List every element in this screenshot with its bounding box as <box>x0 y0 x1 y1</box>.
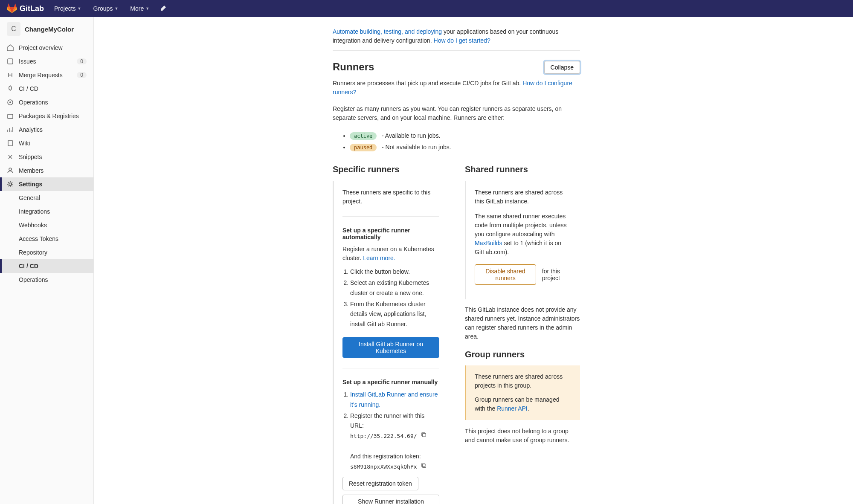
project-header[interactable]: C ChangeMyColor <box>0 17 93 41</box>
svg-rect-0 <box>8 59 13 64</box>
collapse-button[interactable]: Collapse <box>544 61 580 74</box>
divider <box>342 216 439 217</box>
settings-cicd[interactable]: CI / CD <box>0 259 93 273</box>
snippets-icon <box>7 154 14 160</box>
divider <box>342 368 439 368</box>
settings-integrations[interactable]: Integrations <box>0 205 93 218</box>
runners-title: Runners <box>333 61 374 73</box>
mr-badge: 0 <box>77 72 87 78</box>
members-icon <box>7 167 14 174</box>
intro-paragraph: Automate building, testing, and deployin… <box>333 27 580 45</box>
gitlab-logo[interactable]: GitLab <box>7 3 44 14</box>
status-active: active - Available to run jobs. <box>350 130 580 142</box>
copy-url-icon[interactable] <box>421 432 427 439</box>
top-bar: GitLab Projects▼ Groups▼ More▼ <box>0 0 853 17</box>
registration-token: s8M918npxXWXx3qkQhPx <box>350 463 417 470</box>
settings-operations[interactable]: Operations <box>0 273 93 287</box>
sidebar-item-issues[interactable]: Issues 0 <box>0 55 93 68</box>
group-box-text2: Group runners can be managed with the Ru… <box>475 395 572 413</box>
sidebar-item-analytics[interactable]: Analytics <box>0 123 93 136</box>
shared-desc: The same shared runner executes code fro… <box>475 212 572 257</box>
copy-token-icon[interactable] <box>421 463 427 470</box>
show-instructions-button[interactable]: Show Runner installation instructions <box>342 495 439 504</box>
settings-general[interactable]: General <box>0 191 93 205</box>
sidebar-item-cicd[interactable]: CI / CD <box>0 82 93 96</box>
status-paused: paused - Not available to run jobs. <box>350 142 580 153</box>
specific-title: Specific runners <box>333 165 448 174</box>
group-info-box: These runners are shared across projects… <box>465 365 580 420</box>
disable-suffix: for this project <box>542 268 572 281</box>
group-title: Group runners <box>465 350 580 359</box>
active-badge: active <box>350 132 377 140</box>
specific-panel: These runners are specific to this proje… <box>333 181 448 504</box>
operations-icon <box>7 99 14 106</box>
manual-steps-list: Install GitLab Runner and ensure it's ru… <box>350 390 439 472</box>
sidebar-item-snippets[interactable]: Snippets <box>0 150 93 164</box>
auto-setup-title: Set up a specific runner automatically <box>342 227 439 240</box>
runner-status-list: active - Available to run jobs. paused -… <box>350 130 580 153</box>
issues-icon <box>7 58 14 65</box>
sidebar-label: Project overview <box>19 44 63 51</box>
group-note: This project does not belong to a group … <box>465 427 580 445</box>
shared-note: This GitLab instance does not provide an… <box>465 305 580 341</box>
sidebar-label: Packages & Registries <box>19 113 79 119</box>
settings-repository[interactable]: Repository <box>0 246 93 259</box>
chevron-down-icon: ▼ <box>145 6 149 11</box>
maxbuilds-link[interactable]: MaxBuilds <box>475 240 502 246</box>
learn-more-link[interactable]: Learn more. <box>363 255 395 261</box>
specific-runners-column: Specific runners These runners are speci… <box>333 165 448 504</box>
settings-webhooks[interactable]: Webhooks <box>0 218 93 232</box>
sidebar-item-members[interactable]: Members <box>0 164 93 177</box>
merge-request-icon <box>7 72 14 78</box>
nav-projects[interactable]: Projects▼ <box>49 2 87 15</box>
group-box-text1: These runners are shared across projects… <box>475 372 572 390</box>
sidebar-item-settings[interactable]: Settings <box>0 177 93 191</box>
settings-access-tokens[interactable]: Access Tokens <box>0 232 93 246</box>
package-icon <box>7 113 14 119</box>
sidebar-item-wiki[interactable]: Wiki <box>0 136 93 150</box>
disable-shared-button[interactable]: Disable shared runners <box>475 264 536 285</box>
shared-panel: These runners are shared across this Git… <box>465 181 580 299</box>
sidebar-label: Analytics <box>19 126 43 133</box>
svg-point-5 <box>9 183 12 185</box>
main-content: Automate building, testing, and deployin… <box>94 17 597 504</box>
sidebar-item-operations[interactable]: Operations <box>0 96 93 109</box>
svg-rect-3 <box>8 114 13 119</box>
manual-setup-title: Set up a specific runner manually <box>342 379 439 385</box>
runners-header: Runners Collapse <box>333 61 580 74</box>
chevron-down-icon: ▼ <box>78 6 81 11</box>
shared-title: Shared runners <box>465 165 580 174</box>
get-started-link[interactable]: How do I get started? <box>434 37 490 44</box>
nav-pipeline-editor[interactable] <box>156 2 170 15</box>
gitlab-icon <box>7 3 17 14</box>
svg-point-2 <box>9 101 11 103</box>
sidebar-label: Wiki <box>19 140 30 147</box>
sidebar-label: Operations <box>19 99 48 106</box>
auto-steps-list: Click the button below. Select an existi… <box>350 267 439 330</box>
issues-badge: 0 <box>77 58 87 64</box>
sidebar-label: Members <box>19 167 44 174</box>
paused-badge: paused <box>350 144 377 151</box>
nav-groups[interactable]: Groups▼ <box>88 2 124 15</box>
runners-columns: Specific runners These runners are speci… <box>333 165 580 504</box>
manual-step: Install GitLab Runner and ensure it's ru… <box>350 390 439 410</box>
runners-description: Runners are processes that pick up and e… <box>333 79 580 97</box>
sidebar-label: CI / CD <box>19 85 38 92</box>
nav-more[interactable]: More▼ <box>125 2 154 15</box>
sidebar-item-overview[interactable]: Project overview <box>0 41 93 55</box>
automate-link[interactable]: Automate building, testing, and deployin… <box>333 28 442 35</box>
manual-step: Register the runner with this URL: http:… <box>350 411 439 472</box>
pipeline-icon <box>160 5 166 12</box>
sidebar-item-merge-requests[interactable]: Merge Requests 0 <box>0 68 93 82</box>
sidebar-label: Snippets <box>19 154 42 160</box>
sidebar-item-packages[interactable]: Packages & Registries <box>0 109 93 123</box>
project-name: ChangeMyColor <box>25 26 74 33</box>
install-k8s-button[interactable]: Install GitLab Runner on Kubernetes <box>342 337 439 358</box>
install-runner-link[interactable]: Install GitLab Runner and ensure it's ru… <box>350 391 438 408</box>
project-avatar: C <box>7 22 20 36</box>
reset-token-button[interactable]: Reset registration token <box>342 477 418 490</box>
auto-setup-text: Register a runner on a Kubernetes cluste… <box>342 245 439 263</box>
analytics-icon <box>7 126 14 133</box>
book-icon <box>7 140 14 147</box>
runner-api-link[interactable]: Runner API <box>497 405 528 412</box>
